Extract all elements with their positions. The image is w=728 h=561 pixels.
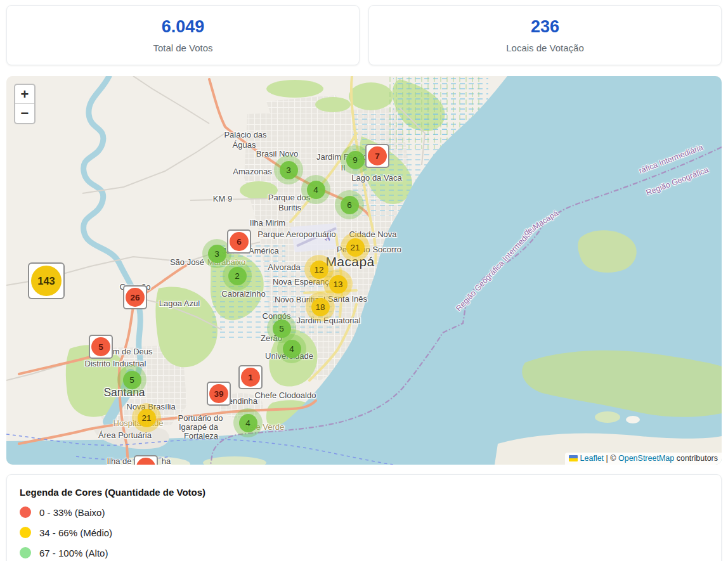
legend-items: 0 - 33% (Baixo)34 - 66% (Médio)67 - 100%… — [20, 506, 708, 558]
marker-count: 5 — [91, 337, 110, 356]
legend-title: Legenda de Cores (Quantidade de Votos) — [20, 487, 708, 498]
map-marker-21[interactable]: 21 — [341, 233, 370, 262]
openstreetmap-link[interactable]: OpenStreetMap — [618, 454, 674, 463]
marker-count — [136, 458, 155, 465]
map-marker-4[interactable]: 4 — [301, 175, 330, 204]
marker-count: 3 — [208, 245, 226, 263]
map-marker[interactable] — [134, 455, 158, 465]
marker-count: 7 — [368, 146, 387, 165]
total-votos-label: Total de Votos — [153, 42, 212, 53]
map-marker-18[interactable]: 18 — [306, 292, 335, 321]
map-marker-4[interactable]: 4 — [233, 408, 263, 437]
legend-label: 0 - 33% (Baixo) — [39, 507, 105, 518]
marker-count: 1 — [241, 368, 260, 387]
marker-count: 13 — [329, 275, 348, 293]
map-marker-1[interactable]: 1 — [238, 365, 263, 389]
legend-item: 67 - 100% (Alto) — [20, 547, 708, 558]
map-marker-7[interactable]: 7 — [365, 144, 389, 168]
marker-count: 6 — [341, 196, 359, 214]
marker-count: 4 — [307, 181, 325, 199]
attribution-suffix: contributors — [674, 454, 718, 463]
ukraine-flag-icon — [569, 455, 578, 461]
map-marker-4[interactable]: 4 — [277, 334, 306, 363]
legend-label: 34 - 66% (Médio) — [39, 527, 112, 538]
map-marker-21[interactable]: 21 — [132, 403, 161, 432]
map-attribution: Leaflet | © OpenStreetMap contributors — [565, 453, 722, 465]
map-marker-3[interactable]: 3 — [274, 155, 303, 184]
marker-count: 21 — [138, 409, 156, 427]
map-container[interactable]: ✈ — [6, 76, 722, 465]
marker-count: 39 — [209, 384, 228, 403]
marker-count: 18 — [311, 298, 330, 316]
legend-item: 0 - 33% (Baixo) — [20, 506, 708, 518]
marker-count: 4 — [239, 414, 257, 432]
legend-color-dot — [20, 506, 31, 518]
locais-votacao-value: 236 — [531, 17, 559, 37]
legend-item: 34 - 66% (Médio) — [20, 527, 708, 538]
marker-count: 4 — [283, 340, 301, 358]
stat-cards-row: 6.049 Total de Votos 236 Locais de Votaç… — [6, 5, 722, 65]
map-marker-6[interactable]: 6 — [227, 229, 251, 254]
marker-count: 3 — [280, 161, 298, 179]
legend-color-dot — [20, 527, 31, 538]
zoom-in-button[interactable]: + — [15, 85, 34, 104]
map-marker-5[interactable]: 5 — [117, 365, 146, 394]
map-marker-5[interactable]: 5 — [89, 335, 113, 359]
marker-count: 21 — [346, 238, 365, 257]
marker-count: 9 — [346, 151, 365, 169]
marker-count: 26 — [126, 288, 145, 307]
map-markers-layer: 3496325454211213182176143265139 — [6, 76, 722, 465]
map-marker-39[interactable]: 39 — [207, 382, 231, 406]
map-marker-26[interactable]: 26 — [123, 285, 147, 309]
legend-color-dot — [20, 547, 31, 558]
legend: Legenda de Cores (Quantidade de Votos) 0… — [6, 474, 722, 561]
attribution-separator: | © — [604, 454, 618, 463]
marker-count: 6 — [230, 232, 249, 251]
dashboard: 6.049 Total de Votos 236 Locais de Votaç… — [0, 0, 728, 561]
map-marker-6[interactable]: 6 — [335, 190, 364, 219]
zoom-control: + − — [14, 84, 36, 124]
stat-card-total-votos: 6.049 Total de Votos — [6, 5, 360, 65]
stat-card-locais-votacao: 236 Locais de Votação — [368, 5, 722, 65]
map-marker-2[interactable]: 2 — [223, 261, 252, 290]
zoom-out-button[interactable]: − — [15, 104, 34, 123]
legend-label: 67 - 100% (Alto) — [39, 548, 108, 558]
marker-count: 143 — [31, 266, 62, 296]
marker-count: 2 — [228, 267, 247, 285]
locais-votacao-label: Locais de Votação — [506, 42, 584, 53]
map-marker-143[interactable]: 143 — [28, 262, 65, 299]
marker-count: 5 — [123, 371, 141, 389]
total-votos-value: 6.049 — [162, 17, 205, 37]
leaflet-link[interactable]: Leaflet — [580, 454, 604, 463]
